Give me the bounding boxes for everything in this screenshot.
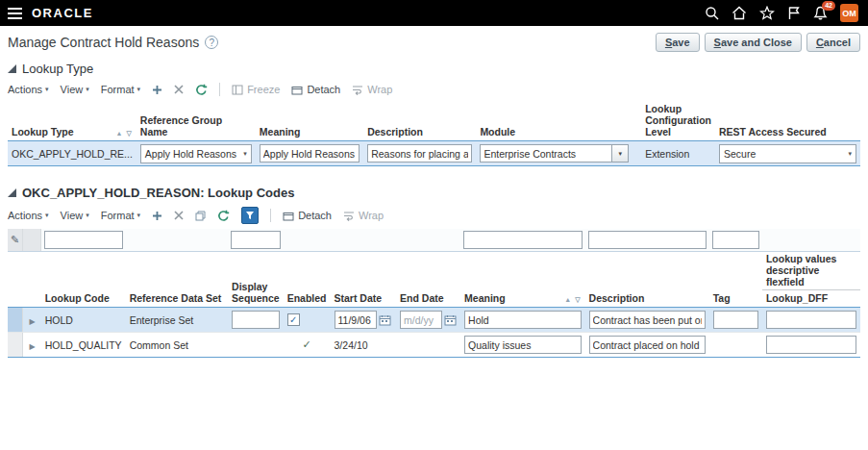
actions-menu[interactable]: Actions▾	[8, 210, 49, 221]
freeze-icon	[232, 85, 243, 95]
cancel-button[interactable]: Cancel	[806, 33, 860, 52]
qbe-tag-input[interactable]	[712, 231, 759, 249]
row-arrow-icon[interactable]: ▶	[29, 342, 35, 351]
rest-access-secured-select[interactable]: Secure▾	[719, 144, 856, 163]
start-date-input[interactable]	[335, 311, 377, 329]
lookup-type-table: Lookup Type▲ ▽ Reference Group Name Mean…	[8, 101, 860, 166]
wrap-button: Wrap	[343, 210, 384, 221]
qbe-description-input[interactable]	[588, 231, 707, 249]
table-row[interactable]: ▶ HOLD Enterprise Set ✓	[8, 308, 860, 333]
view-menu[interactable]: View▾	[61, 84, 89, 95]
lookup-code-value: HOLD_QUALITY	[45, 339, 122, 351]
hamburger-menu-icon[interactable]	[8, 8, 22, 19]
add-icon[interactable]	[152, 211, 162, 221]
column-header-start-date: Start Date	[331, 252, 397, 308]
lookup-codes-header-row: Lookup Code Reference Data Set Display S…	[8, 252, 860, 308]
column-header-description: Description	[585, 252, 709, 308]
actions-menu[interactable]: Actions▾	[8, 84, 49, 95]
avatar[interactable]: OM	[840, 4, 858, 22]
qbe-display-sequence-input[interactable]	[231, 231, 281, 249]
meaning-input[interactable]	[464, 336, 582, 354]
refresh-icon[interactable]	[217, 210, 230, 222]
reference-data-set-value: Common Set	[130, 339, 188, 351]
calendar-icon[interactable]	[444, 314, 457, 326]
sort-icons[interactable]: ▲ ▽	[116, 130, 133, 138]
lookup-code-value: HOLD	[45, 314, 73, 326]
qbe-meaning-input[interactable]	[463, 231, 583, 249]
reference-data-set-value: Enterprise Set	[130, 314, 194, 326]
chevron-down-icon: ▾	[243, 150, 247, 158]
column-header-reference-group-name: Reference Group Name	[136, 101, 256, 141]
collapse-triangle-icon[interactable]	[8, 188, 16, 197]
wrap-icon	[343, 211, 355, 221]
caret-down-icon: ▾	[619, 150, 623, 158]
calendar-icon[interactable]	[379, 314, 391, 326]
lookup-dff-input[interactable]	[766, 336, 856, 354]
caret-down-icon: ▾	[137, 86, 141, 93]
lookup-dff-input[interactable]	[766, 311, 856, 329]
tag-input[interactable]	[713, 311, 758, 329]
display-sequence-input[interactable]	[232, 311, 280, 329]
save-and-close-button[interactable]: Save and Close	[705, 33, 802, 52]
query-by-example-row: ✎	[8, 229, 860, 252]
toolbar-separator	[270, 209, 271, 222]
detach-button[interactable]: Detach	[283, 210, 332, 221]
table-row[interactable]: ▶ HOLD_QUALITY Common Set ✓ 3/24/10	[8, 333, 860, 358]
column-header-enabled: Enabled	[284, 252, 331, 308]
end-date-input[interactable]	[400, 311, 442, 329]
search-icon[interactable]	[705, 6, 719, 20]
column-header-reference-data-set: Reference Data Set	[126, 252, 228, 308]
home-icon[interactable]	[732, 6, 747, 20]
column-header-end-date: End Date	[396, 252, 460, 308]
page-title: Manage Contract Hold Reasons	[8, 35, 199, 50]
reference-group-name-select[interactable]: Apply Hold Reasons▾	[140, 144, 252, 163]
column-header-tag: Tag	[709, 252, 762, 308]
format-menu[interactable]: Format▾	[101, 210, 140, 221]
view-menu[interactable]: View▾	[61, 210, 89, 221]
sort-icons[interactable]: ▲ ▽	[564, 296, 581, 304]
freeze-button: Freeze	[232, 84, 280, 95]
oracle-logo: ORACLE	[32, 6, 93, 20]
wrap-icon	[352, 85, 363, 95]
module-input[interactable]	[480, 144, 612, 162]
query-by-example-toggle[interactable]	[241, 207, 259, 224]
save-button[interactable]: Save	[656, 33, 700, 52]
column-header-module: Module	[476, 101, 641, 141]
caret-down-icon: ▾	[137, 212, 141, 219]
lookup-codes-section-title: OKC_APPLY_HOLD_REASON: Lookup Codes	[22, 186, 294, 200]
lookup-type-section-header: Lookup Type	[0, 56, 868, 79]
qbe-lookup-code-input[interactable]	[44, 231, 122, 249]
announcements-flag-icon[interactable]	[787, 6, 801, 20]
collapse-triangle-icon[interactable]	[8, 64, 16, 73]
lookup-type-value: OKC_APPLY_HOLD_RE...	[12, 148, 133, 160]
notification-count-badge: 42	[822, 1, 835, 11]
add-icon[interactable]	[152, 85, 162, 95]
detach-button[interactable]: Detach	[291, 84, 340, 95]
delete-icon[interactable]	[174, 85, 184, 94]
notifications-bell-icon[interactable]: 42	[813, 6, 828, 20]
duplicate-icon[interactable]	[195, 211, 206, 221]
lookup-codes-section-header: OKC_APPLY_HOLD_REASON: Lookup Codes	[0, 180, 868, 203]
meaning-input[interactable]	[464, 311, 582, 329]
format-menu[interactable]: Format▾	[101, 84, 140, 95]
module-dropdown-button[interactable]: ▾	[612, 144, 629, 162]
delete-icon[interactable]	[174, 211, 184, 220]
end-date-field	[400, 311, 457, 329]
meaning-input[interactable]	[260, 144, 360, 162]
filter-icon	[245, 211, 255, 220]
lookup-configuration-level-value: Extension	[645, 148, 689, 160]
enabled-check-icon: ✓	[303, 338, 311, 350]
description-input[interactable]	[589, 336, 706, 354]
start-date-field	[335, 311, 393, 329]
lookup-type-toolbar: Actions▾ View▾ Format▾ Freeze Detach Wra…	[0, 79, 868, 101]
enabled-checkbox[interactable]: ✓	[287, 313, 300, 326]
current-row-arrow-icon[interactable]: ▶	[29, 317, 35, 326]
column-header-rest-access-secured: REST Access Secured	[715, 101, 860, 141]
toolbar-separator	[219, 83, 220, 96]
detach-icon	[283, 211, 294, 221]
help-icon[interactable]: ?	[205, 36, 218, 49]
description-input[interactable]	[367, 144, 472, 162]
description-input[interactable]	[589, 311, 706, 329]
favorites-star-icon[interactable]	[759, 6, 775, 20]
refresh-icon[interactable]	[195, 84, 208, 96]
